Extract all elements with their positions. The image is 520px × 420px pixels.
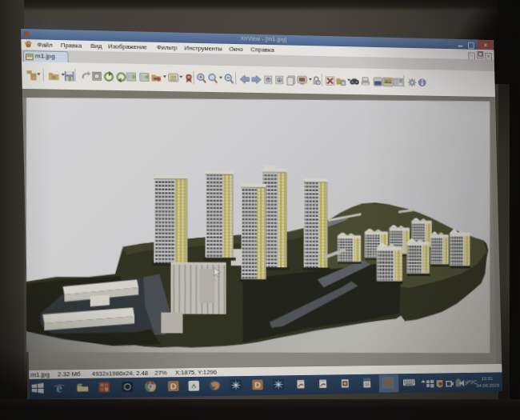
svg-text:D: D: [254, 380, 261, 390]
svg-text:D: D: [170, 382, 177, 391]
svg-text:e: e: [56, 382, 62, 394]
